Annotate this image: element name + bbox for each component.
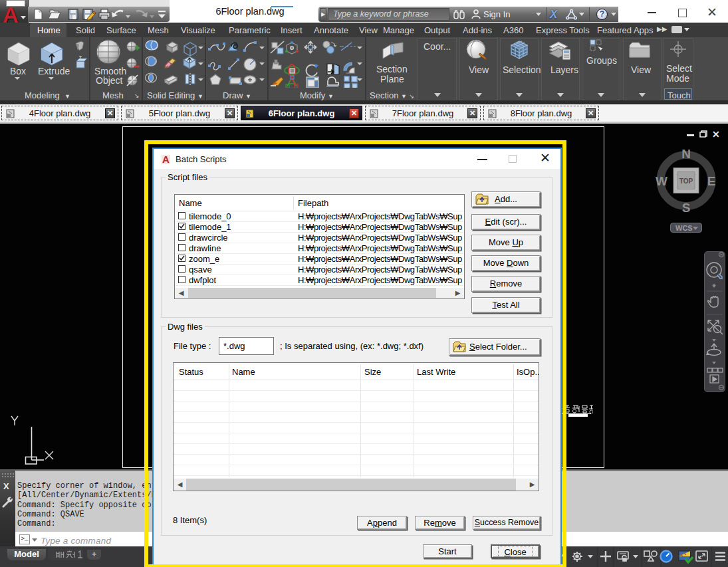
svg-text:W: W [656, 174, 667, 188]
svg-text:E: E [707, 174, 716, 188]
svg-text:N: N [681, 147, 691, 161]
svg-text:TOP: TOP [679, 177, 693, 185]
svg-text:S: S [682, 201, 691, 215]
